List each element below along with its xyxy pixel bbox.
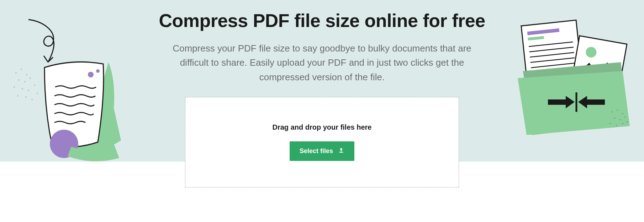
file-dropzone[interactable]: Drag and drop your files here Select fil… <box>185 97 459 188</box>
svg-point-14 <box>88 72 94 77</box>
upload-icon <box>338 147 344 155</box>
select-files-button[interactable]: Select files <box>290 141 354 161</box>
svg-point-12 <box>31 99 33 100</box>
svg-point-28 <box>611 111 613 113</box>
svg-point-8 <box>28 90 29 91</box>
svg-point-0 <box>15 72 17 74</box>
dropzone-label: Drag and drop your files here <box>273 123 372 131</box>
svg-point-29 <box>617 109 618 111</box>
svg-point-15 <box>96 69 100 73</box>
select-files-label: Select files <box>300 147 333 155</box>
svg-point-4 <box>24 81 26 82</box>
svg-point-31 <box>614 118 615 119</box>
svg-point-5 <box>30 77 31 79</box>
svg-point-9 <box>34 85 35 86</box>
document-illustration-left <box>9 16 133 163</box>
svg-point-32 <box>619 119 621 120</box>
svg-point-35 <box>616 125 617 126</box>
svg-point-11 <box>25 96 27 98</box>
svg-point-30 <box>622 113 623 114</box>
svg-point-1 <box>21 69 22 70</box>
svg-point-7 <box>22 88 23 90</box>
svg-point-33 <box>624 117 626 118</box>
svg-point-6 <box>14 86 15 88</box>
page-description: Compress your PDF file size to say goodb… <box>158 41 486 84</box>
svg-point-13 <box>37 93 38 94</box>
svg-point-36 <box>622 123 623 124</box>
svg-point-10 <box>17 95 19 97</box>
svg-point-2 <box>26 74 27 75</box>
svg-point-34 <box>609 123 611 124</box>
svg-rect-38 <box>339 152 343 153</box>
page-title: Compress PDF file size online for free <box>159 10 485 31</box>
folder-illustration-right <box>503 20 635 149</box>
svg-point-37 <box>627 121 628 123</box>
svg-point-3 <box>18 79 20 81</box>
